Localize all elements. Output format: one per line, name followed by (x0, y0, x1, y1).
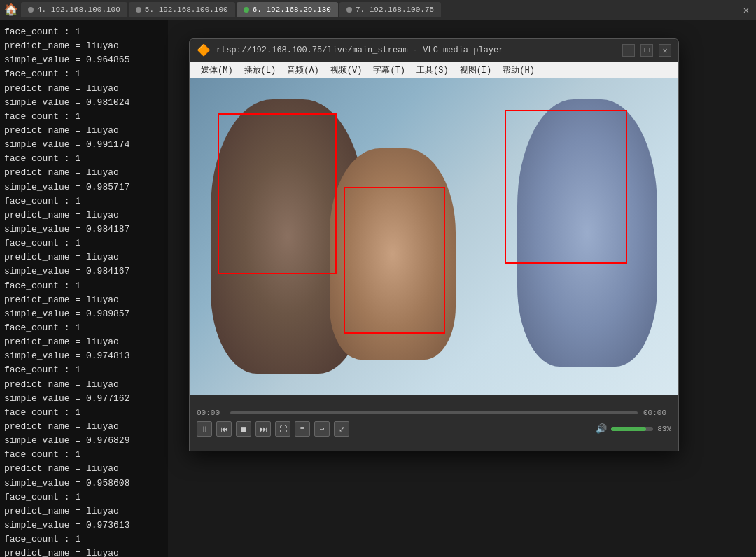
terminal-line: face_count : 1 (4, 533, 164, 547)
vlc-menu-item[interactable]: 播放(L) (239, 63, 282, 78)
vlc-logo-icon: 🔶 (197, 43, 211, 57)
vlc-menu-item[interactable]: 音频(A) (281, 63, 325, 78)
vlc-time-current: 00:00 (197, 409, 225, 417)
vlc-close-button[interactable]: ✕ (659, 44, 671, 57)
terminal-line: predict_name = liuyao (4, 505, 164, 519)
terminal-line: simple_value = 0.977162 (4, 392, 164, 406)
vlc-time-total: 00:00 (643, 409, 671, 417)
terminal-line: face_count : 1 (4, 491, 164, 505)
terminal-line: face_count : 1 (4, 152, 164, 166)
terminal-line: simple_value = 0.984167 (4, 265, 164, 278)
person-center (330, 148, 456, 360)
vlc-menu-item[interactable]: 媒体(M) (195, 63, 239, 78)
vlc-menu-items: 媒体(M)播放(L)音频(A)视频(V)字幕(T)工具(S)视图(I)帮助(H) (195, 63, 540, 78)
vlc-menu-item[interactable]: 字幕(T) (368, 63, 411, 78)
vlc-volume-percent: 83% (657, 425, 671, 433)
terminal-line: predict_name = liuyao (4, 82, 164, 96)
terminal-line: predict_name = liuyao (4, 293, 164, 307)
terminal-line: face_count : 1 (4, 448, 164, 462)
vlc-menubar: 媒体(M)播放(L)音频(A)视频(V)字幕(T)工具(S)视图(I)帮助(H) (190, 62, 678, 78)
vlc-seekbar[interactable]: 00:00 00:00 (197, 409, 671, 417)
terminal-line: face_count : 1 (4, 195, 164, 209)
vlc-controls: 00:00 00:00 ⏸ ⏮ ⏹ ⏭ ⛶ ≡ ↩ ⤢ 🔊 83% (190, 395, 678, 451)
vlc-volume-icon: 🔊 (596, 423, 607, 435)
terminal-line: face_count : 1 (4, 237, 164, 251)
terminal-line: face_count : 1 (4, 110, 164, 124)
terminal-line: simple_value = 0.958608 (4, 477, 164, 491)
vlc-maximize-button[interactable]: □ (640, 44, 653, 57)
terminal-line: simple_value = 0.985717 (4, 181, 164, 195)
terminal-line: face_count : 1 (4, 321, 164, 335)
taskbar-tab-label: 4. 192.168.100.100 (37, 6, 120, 14)
person-right (517, 99, 657, 367)
vlc-buttons-row: ⏸ ⏮ ⏹ ⏭ ⛶ ≡ ↩ ⤢ 🔊 83% (197, 421, 671, 437)
terminal-line: predict_name = liuyao (4, 378, 164, 392)
terminal-line: simple_value = 0.989857 (4, 307, 164, 321)
terminal-line: predict_name = liuyao (4, 124, 164, 138)
vlc-video-area (190, 78, 678, 395)
vlc-random-button[interactable]: ⤢ (334, 421, 349, 437)
terminal-line: predict_name = liuyao (4, 39, 164, 53)
vlc-fullscreen-button[interactable]: ⛶ (275, 421, 290, 437)
vlc-menu-item[interactable]: 帮助(H) (497, 63, 540, 78)
taskbar-close-button[interactable]: ✕ (739, 3, 753, 17)
terminal-line: simple_value = 0.984187 (4, 223, 164, 237)
vlc-window-title: rtsp://192.168.100.75/live/main_stream -… (216, 45, 617, 55)
vlc-menu-item[interactable]: 视频(V) (325, 63, 368, 78)
terminal-line: simple_value = 0.964865 (4, 53, 164, 67)
terminal-line: predict_name = liuyao (4, 166, 164, 180)
taskbar-tab-tab7[interactable]: 7. 192.168.100.75 (340, 2, 441, 17)
taskbar-tab-label: 6. 192.168.29.130 (253, 6, 331, 14)
terminal-line: face_count : 1 (4, 279, 164, 293)
terminal-output: face_count : 1predict_name = liuyaosimpl… (0, 20, 168, 557)
vlc-toggle-button[interactable]: ≡ (295, 421, 310, 437)
terminal-line: predict_name = liuyao (4, 209, 164, 223)
taskbar-tab-tab6[interactable]: 6. 192.168.29.130 (237, 2, 338, 17)
terminal-line: simple_value = 0.991174 (4, 138, 164, 152)
terminal-line: face_count : 1 (4, 25, 164, 39)
taskbar: 🏠 4. 192.168.100.1005. 192.168.100.1006.… (0, 0, 756, 20)
vlc-titlebar: 🔶 rtsp://192.168.100.75/live/main_stream… (190, 39, 678, 62)
terminal-line: face_count : 1 (4, 67, 164, 81)
vlc-next-button[interactable]: ⏭ (255, 421, 271, 437)
vlc-menu-item[interactable]: 视图(I) (454, 63, 498, 78)
vlc-stop-button[interactable]: ⏹ (236, 421, 251, 437)
vlc-loop-button[interactable]: ↩ (314, 421, 330, 437)
terminal-line: face_count : 1 (4, 363, 164, 377)
terminal-line: predict_name = liuyao (4, 547, 164, 557)
vlc-volume-fill (611, 427, 646, 431)
vlc-progress-bar[interactable] (230, 411, 638, 414)
vlc-pause-button[interactable]: ⏸ (197, 421, 212, 437)
terminal-line: simple_value = 0.981024 (4, 96, 164, 110)
terminal-line: simple_value = 0.976829 (4, 434, 164, 448)
taskbar-tabs: 4. 192.168.100.1005. 192.168.100.1006. 1… (21, 2, 441, 17)
home-icon[interactable]: 🏠 (3, 1, 20, 18)
taskbar-tab-label: 5. 192.168.100.100 (145, 6, 228, 14)
vlc-window: 🔶 rtsp://192.168.100.75/live/main_stream… (189, 38, 679, 451)
vlc-minimize-button[interactable]: – (622, 44, 635, 57)
terminal-line: predict_name = liuyao (4, 335, 164, 349)
terminal-line: simple_value = 0.974813 (4, 349, 164, 363)
taskbar-tab-tab4[interactable]: 4. 192.168.100.100 (21, 2, 127, 17)
vlc-volume-area: 🔊 83% (596, 423, 671, 435)
terminal-line: face_count : 1 (4, 406, 164, 420)
terminal-line: predict_name = liuyao (4, 251, 164, 265)
taskbar-tab-label: 7. 192.168.100.75 (356, 6, 434, 14)
vlc-menu-item[interactable]: 工具(S) (411, 63, 454, 78)
vlc-volume-bar[interactable] (611, 427, 653, 431)
taskbar-tab-tab5[interactable]: 5. 192.168.100.100 (129, 2, 235, 17)
terminal-line: simple_value = 0.973613 (4, 519, 164, 533)
terminal-line: predict_name = liuyao (4, 420, 164, 434)
vlc-prev-button[interactable]: ⏮ (216, 421, 232, 437)
terminal-line: predict_name = liuyao (4, 462, 164, 476)
